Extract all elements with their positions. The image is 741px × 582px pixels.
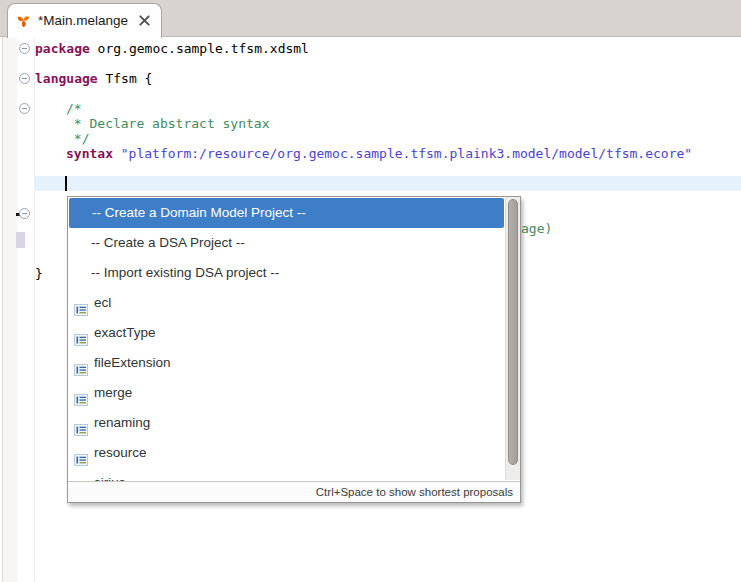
keyword-proposal-icon — [74, 357, 88, 369]
proposal-item[interactable]: -- Create a Domain Model Project -- — [69, 198, 504, 228]
code-segment: Tfsm { — [98, 71, 153, 86]
proposal-item[interactable]: fileExtension — [68, 348, 504, 378]
code-line: syntax "platform:/resource/org.gemoc.sam… — [35, 146, 741, 161]
proposal-label: exactType — [68, 318, 504, 348]
proposal-label: resource — [68, 438, 504, 468]
code-segment: syntax — [66, 146, 113, 161]
proposal-label: renaming — [68, 408, 504, 438]
code-line — [35, 86, 741, 101]
popup-scrollbar-thumb[interactable] — [508, 199, 518, 465]
keyword-proposal-icon — [74, 387, 88, 399]
code-segment — [113, 146, 121, 161]
fold-collapse-icon[interactable] — [19, 103, 30, 114]
text-cursor — [65, 176, 67, 191]
proposal-item[interactable]: -- Create a DSA Project -- — [68, 228, 504, 258]
melange-file-icon — [16, 13, 31, 28]
keyword-proposal-icon — [74, 447, 88, 459]
code-segment: * Declare abstract syntax — [66, 116, 270, 131]
code-segment: */ — [66, 131, 89, 146]
proposal-item[interactable]: resource — [68, 438, 504, 468]
fold-collapse-icon[interactable] — [19, 208, 30, 219]
code-segment: /* — [66, 101, 82, 116]
code-segment: age) — [521, 221, 552, 236]
keyword-proposal-icon — [74, 417, 88, 429]
code-line: */ — [35, 131, 741, 146]
tab-title: *Main.melange — [38, 13, 128, 28]
keyword-proposal-icon — [74, 477, 88, 481]
code-line — [34, 176, 741, 191]
proposal-list[interactable]: -- Create a Domain Model Project -- -- C… — [68, 197, 520, 481]
code-segment: org.gemoc.sample.tfsm.xdsml — [90, 41, 309, 56]
code-line: language Tfsm { — [35, 71, 741, 86]
content-assist-popup: -- Create a Domain Model Project -- -- C… — [67, 196, 521, 503]
proposal-label: -- Create a Domain Model Project -- — [69, 198, 504, 228]
proposal-item[interactable]: exactType — [68, 318, 504, 348]
keyword-proposal-icon — [74, 297, 88, 309]
code-segment: package — [35, 41, 90, 56]
code-line: /* — [35, 101, 741, 116]
code-segment: language — [35, 71, 98, 86]
keyword-proposal-icon — [74, 327, 88, 339]
code-line: package org.gemoc.sample.tfsm.xdsml — [35, 41, 741, 56]
proposal-item[interactable]: ecl — [68, 288, 504, 318]
proposal-label: sirius — [68, 468, 504, 481]
code-segment: "platform:/resource/org.gemoc.sample.tfs… — [121, 146, 692, 161]
code-segment: } — [35, 266, 43, 281]
annotation-ruler — [2, 37, 18, 582]
annotation-marker — [16, 232, 25, 248]
proposal-item[interactable]: renaming — [68, 408, 504, 438]
folding-ruler — [17, 37, 35, 582]
popup-scrollbar[interactable] — [505, 197, 520, 480]
editor-tab-bar: *Main.melange — [0, 0, 741, 37]
fold-collapse-icon[interactable] — [19, 43, 30, 54]
proposal-item[interactable]: -- Import existing DSA project -- — [68, 258, 504, 288]
tab-main-melange[interactable]: *Main.melange — [7, 3, 162, 38]
fold-collapse-icon[interactable] — [19, 73, 30, 84]
proposal-label: merge — [68, 378, 504, 408]
code-line — [35, 161, 741, 176]
proposal-item[interactable]: sirius — [68, 468, 504, 481]
tab-close-icon[interactable] — [137, 13, 151, 27]
proposal-label: -- Import existing DSA project -- — [68, 258, 504, 288]
proposal-label: -- Create a DSA Project -- — [68, 228, 504, 258]
proposal-label: fileExtension — [68, 348, 504, 378]
code-line — [35, 56, 741, 71]
proposal-item[interactable]: merge — [68, 378, 504, 408]
assist-status-bar: Ctrl+Space to show shortest proposals — [68, 481, 520, 502]
proposal-label: ecl — [68, 288, 504, 318]
code-line: * Declare abstract syntax — [35, 116, 741, 131]
